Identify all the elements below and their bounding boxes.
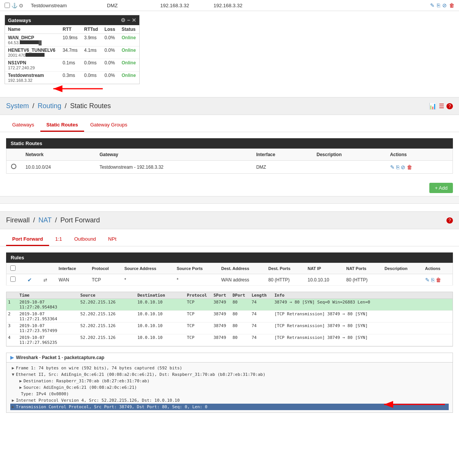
action-icons: ✎ ⎘ ⊘ 🗑: [390, 164, 448, 170]
arrow-indicator: [49, 84, 454, 93]
packet-tree-item-eth-type[interactable]: Type: IPv4 (0x0800): [10, 391, 449, 397]
rule-protocol: TCP: [88, 274, 120, 286]
gw-loss: 0.0%: [102, 34, 119, 46]
firewall-breadcrumb: Firewall / NAT / Port Forward: [6, 216, 100, 224]
copy-rule-icon[interactable]: ⎘: [431, 277, 434, 283]
packet-tree-item-eth[interactable]: ▼Ethernet II, Src: AdiEngin_0c:e6:21 (00…: [10, 371, 449, 378]
gw-rttsd: 4.1ms: [81, 46, 102, 59]
rule-checkbox[interactable]: [10, 276, 16, 282]
block-route-icon[interactable]: ⊘: [401, 164, 405, 170]
packet-tree-item-eth-src[interactable]: ▶Source: AdiEngin_0c:e6:21 (00:08:a2:0c:…: [10, 384, 449, 391]
routing-tab-gateway-groups[interactable]: Gateway Groups: [84, 119, 134, 132]
packet-row[interactable]: 3 2019-10-07 11:27:23.957499 52.202.215.…: [6, 323, 453, 334]
delete-icon[interactable]: 🗑: [449, 2, 454, 8]
nat-link[interactable]: NAT: [38, 216, 51, 224]
add-route-button[interactable]: + Add: [429, 183, 453, 193]
delete-rule-icon[interactable]: 🗑: [436, 277, 441, 283]
wireshark-icon: ▶: [10, 355, 14, 360]
col-status-hdr: [6, 149, 21, 161]
col-actions: Actions: [421, 263, 453, 274]
gateways-title: Gateways: [8, 18, 31, 23]
rule-src-ports: *: [173, 274, 217, 286]
wireshark-packet-detail: ▶ Wireshark · Packet 1 · packetcapture.c…: [6, 353, 453, 413]
row-icons: ⚓ ⊙: [5, 3, 23, 8]
rule-checkbox-cell: [6, 274, 24, 286]
gw-rtt: 34.7ms: [59, 46, 81, 59]
static-routes-table: Network Gateway Interface Description Ac…: [6, 149, 453, 174]
row-actions: ✎ ⎘ ⊘ 🗑: [430, 2, 454, 8]
gateway-row: NS1VPN 172.27.240.29 0.1ms 0.0ms 0.0% On…: [5, 59, 139, 72]
block-icon[interactable]: ⊘: [442, 2, 447, 8]
gateways-header: Gateways ⚙ − ✕: [5, 15, 139, 25]
expand-icon: ▶: [19, 379, 22, 383]
col-actions-hdr: Actions: [386, 149, 453, 161]
gw-status: Online: [119, 59, 140, 72]
pkt-num: 3: [8, 323, 19, 333]
delete-route-icon[interactable]: 🗑: [407, 164, 412, 170]
static-route-row: 10.0.10.0/24 Testdownstream - 192.168.3.…: [6, 161, 453, 174]
col-dst-ports: Dest. Ports: [265, 263, 304, 274]
expand-icon: ▶: [12, 404, 14, 409]
edit-route-icon[interactable]: ✎: [390, 164, 395, 170]
pkt-proto: TCP: [187, 300, 214, 310]
ph-time: Time: [19, 293, 80, 298]
wireshark-title-text: Wireshark · Packet 1 · packetcapture.cap: [16, 355, 104, 360]
ph-dport: DPort: [233, 293, 252, 298]
status-icon: ⊙: [19, 3, 23, 8]
col-name: Name: [5, 25, 59, 34]
copy-route-icon[interactable]: ⎘: [396, 164, 399, 170]
pkt-src: 52.202.215.126: [80, 300, 137, 310]
col-gateway-hdr: Gateway: [95, 149, 252, 161]
packet-tree-item-frame[interactable]: ▶Frame 1: 74 bytes on wire (592 bits), 7…: [10, 365, 449, 371]
list-icon[interactable]: ☰: [439, 102, 444, 110]
firewall-section-header: Firewall / NAT / Port Forward ?: [0, 211, 459, 229]
ph-info: Info: [274, 293, 451, 298]
help-icon[interactable]: ?: [446, 103, 453, 109]
system-link[interactable]: System: [6, 102, 29, 110]
expand-icon: ▶: [19, 385, 22, 390]
packet-rows: 1 2019-10-07 11:27:20.954843 52.202.215.…: [6, 299, 453, 346]
route-gateway: Testdownstream - 192.168.3.32: [95, 161, 252, 174]
chart-icon[interactable]: 📊: [429, 102, 437, 110]
rule-interface: WAN: [55, 274, 88, 286]
fsep2: /: [55, 216, 59, 224]
firewall-tab-1-1[interactable]: 1:1: [49, 233, 68, 246]
firewall-tab-npt[interactable]: NPt: [102, 233, 123, 246]
close-icon[interactable]: ✕: [132, 17, 136, 23]
route-description: [312, 161, 386, 174]
copy-icon[interactable]: ⎘: [437, 2, 440, 8]
rules-title: Rules: [6, 252, 453, 263]
packet-row[interactable]: 2 2019-10-07 11:27:21.953364 52.202.215.…: [6, 311, 453, 323]
col-src-addr: Source Address: [121, 263, 173, 274]
firewall-tab-port-forward[interactable]: Port Forward: [6, 233, 49, 246]
col-nat-ports: NAT Ports: [343, 263, 381, 274]
packet-row[interactable]: 1 2019-10-07 11:27:20.954843 52.202.215.…: [6, 299, 453, 311]
pkt-dport: 80: [233, 300, 252, 310]
gear-icon[interactable]: ⚙: [121, 17, 126, 23]
rule-dst-ports: 80 (HTTP): [265, 274, 304, 286]
packet-row[interactable]: 4 2019-10-07 11:27:27.965235 52.202.215.…: [6, 334, 453, 346]
pkt-info: [TCP Retransmission] 38749 → 80 [SYN]: [274, 323, 451, 333]
gw-loss: 0.0%: [102, 46, 119, 59]
wireshark-title: ▶ Wireshark · Packet 1 · packetcapture.c…: [6, 353, 453, 363]
fw-help-icon[interactable]: ?: [446, 217, 453, 224]
packet-tree-item-eth-dst[interactable]: ▶Destination: Raspberr_31:70:ab (b8:27:e…: [10, 378, 449, 384]
routing-tab-gateways[interactable]: Gateways: [6, 119, 40, 132]
gw-rtt: 0.1ms: [59, 59, 81, 72]
firewall-link[interactable]: Firewall: [6, 216, 30, 224]
minus-icon[interactable]: −: [127, 17, 130, 23]
edit-icon[interactable]: ✎: [430, 2, 435, 8]
gw-status: Online: [119, 72, 140, 84]
firewall-tab-outbound[interactable]: Outbound: [68, 233, 102, 246]
row-checkbox[interactable]: [5, 3, 10, 8]
edit-rule-icon[interactable]: ✎: [425, 277, 430, 283]
routing-link[interactable]: Routing: [38, 102, 61, 110]
pkt-info: [TCP Retransmission] 38749 → 80 [SYN]: [274, 311, 451, 321]
gateways-header-icons: ⚙ − ✕: [121, 17, 136, 23]
select-all-checkbox[interactable]: [10, 265, 16, 271]
col-nat-ip: NAT IP: [304, 263, 342, 274]
gw-rttsd: 3.9ms: [81, 34, 102, 46]
routing-tab-static-routes[interactable]: Static Routes: [40, 119, 84, 132]
fsep1: /: [33, 216, 37, 224]
gateways-table: Name RTT RTTsd Loss Status WAN_DHCP 64.5…: [5, 25, 139, 84]
